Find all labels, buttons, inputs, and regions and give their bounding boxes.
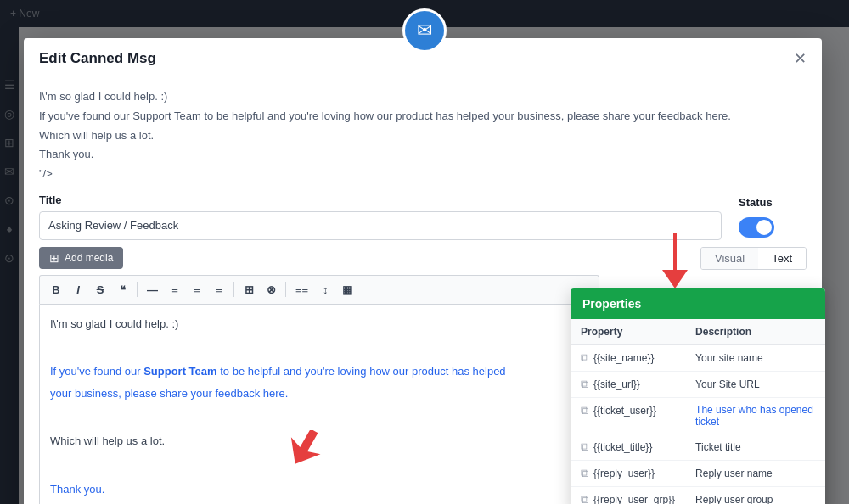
col-description: Description — [685, 319, 825, 345]
prop-copy-icon[interactable]: ⧉ — [581, 351, 588, 365]
property-var-cell-5: ⧉{{reply_user_grp}} — [571, 487, 685, 504]
property-desc-cell-0: Your site name — [685, 345, 825, 372]
properties-row: ⧉{{ticket_title}}Ticket title — [571, 434, 825, 461]
svg-marker-0 — [286, 430, 329, 473]
toolbar-sep-1 — [137, 282, 138, 297]
title-group: Title — [39, 193, 722, 240]
toolbar-sep-2 — [233, 282, 234, 297]
property-desc-cell-5: Reply user group — [685, 487, 825, 505]
toolbar-sep-3 — [285, 282, 286, 297]
property-var-cell-0: ⧉{{site_name}} — [571, 345, 685, 371]
italic-button[interactable]: I — [69, 281, 87, 299]
properties-panel: Properties Property Description ⧉{{site_… — [571, 288, 825, 504]
preview-line-3: Which will help us a lot. — [39, 127, 807, 145]
col-property: Property — [571, 319, 685, 345]
down-arrow-indicator — [649, 229, 700, 300]
prop-var-name: {{site_name}} — [593, 352, 654, 364]
property-var-cell-4: ⧉{{reply_user}} — [571, 461, 685, 486]
property-var-cell-2: ⧉{{ticket_user}} — [571, 398, 685, 423]
prop-var-name: {{ticket_user}} — [593, 405, 656, 417]
prop-var-name: {{site_url}} — [593, 378, 640, 390]
property-desc-cell-3: Ticket title — [685, 434, 825, 461]
prop-copy-icon[interactable]: ⧉ — [581, 404, 588, 417]
toggle-knob — [756, 220, 772, 235]
hr-button[interactable]: — — [143, 281, 162, 299]
link-button[interactable]: ⊞ — [239, 281, 258, 299]
modal-title: Edit Canned Msg — [39, 50, 156, 67]
status-group: Status — [739, 196, 807, 238]
unlink-button[interactable]: ⊗ — [261, 281, 280, 299]
preview-line-1: I\'m so glad I could help. :) — [39, 88, 807, 106]
editor-line-3-text: your business, please share your feedbac… — [50, 387, 288, 400]
properties-row: ⧉{{reply_user}}Reply user name — [571, 461, 825, 487]
preview-text: I\'m so glad I could help. :) If you've … — [39, 88, 807, 183]
fullscreen-button[interactable]: ↕ — [316, 281, 335, 299]
align-right-button[interactable]: ≡ — [210, 281, 228, 299]
add-media-label: Add media — [65, 252, 113, 264]
properties-row: ⧉{{ticket_user}}The user who has opened … — [571, 398, 825, 434]
quote-button[interactable]: ❝ — [113, 281, 132, 299]
editor-line-2: If you've found our Support Team to be h… — [50, 362, 588, 381]
app-icon-symbol: ✉ — [417, 20, 432, 42]
preview-line-4: Thank you. — [39, 146, 807, 164]
visual-text-tabs: Visual Text — [700, 247, 807, 270]
properties-row: ⧉{{site_url}}Your Site URL — [571, 372, 825, 398]
properties-row: ⧉{{site_name}}Your site name — [571, 345, 825, 372]
preview-line-5: "/> — [39, 165, 807, 183]
editor-content[interactable]: I\'m so glad I could help. :) If you've … — [39, 304, 599, 504]
editor-spacer-2 — [50, 406, 588, 425]
editor-line-1: I\'m so glad I could help. :) — [50, 315, 588, 333]
text-tab[interactable]: Text — [758, 248, 806, 269]
editor-line-5: Thank you. — [50, 480, 588, 499]
properties-table-header-row: Property Description — [571, 319, 825, 345]
visual-tab[interactable]: Visual — [701, 248, 758, 269]
editor-line-2-text: If you've found our Support Team to be h… — [50, 365, 506, 378]
prop-var-name: {{reply_user_grp}} — [593, 494, 675, 504]
prop-copy-icon[interactable]: ⧉ — [581, 493, 588, 504]
editor-spacer-1 — [50, 337, 588, 356]
prop-var-name: {{reply_user}} — [593, 468, 655, 479]
add-media-button[interactable]: ⊞ Add media — [39, 247, 123, 269]
editor-section: B I S ❝ — ≡ ≡ ≡ ⊞ ⊗ ≡≡ ↕ ▦ I\'m so glad … — [39, 275, 599, 504]
property-var-cell-1: ⧉{{site_url}} — [571, 372, 685, 397]
title-input[interactable] — [39, 211, 722, 240]
title-label: Title — [39, 193, 722, 206]
property-var-cell-3: ⧉{{ticket_title}} — [571, 434, 685, 460]
align-left-button[interactable]: ≡ — [166, 281, 184, 299]
prop-copy-icon[interactable]: ⧉ — [581, 378, 588, 391]
prop-copy-icon[interactable]: ⧉ — [581, 440, 588, 454]
svg-marker-2 — [662, 270, 688, 288]
prop-var-name: {{ticket_title}} — [593, 441, 652, 453]
status-label: Status — [739, 196, 773, 209]
property-desc-cell-1: Your Site URL — [685, 372, 825, 398]
app-icon: ✉ — [402, 8, 447, 53]
table-button[interactable]: ▦ — [338, 281, 357, 299]
bold-button[interactable]: B — [47, 281, 65, 299]
editor-line-3: your business, please share your feedbac… — [50, 384, 588, 403]
properties-table: Property Description ⧉{{site_name}}Your … — [571, 319, 825, 504]
properties-row: ⧉{{reply_user_grp}}Reply user group — [571, 487, 825, 505]
modal-close-button[interactable]: ✕ — [794, 51, 807, 66]
indent-button[interactable]: ≡≡ — [291, 281, 312, 299]
property-desc-cell-2: The user who has opened ticket — [685, 398, 825, 434]
small-red-arrow — [286, 430, 329, 479]
strikethrough-button[interactable]: S — [91, 281, 110, 299]
status-toggle[interactable] — [739, 217, 774, 238]
add-media-icon: ⊞ — [49, 251, 59, 265]
prop-copy-icon[interactable]: ⧉ — [581, 467, 588, 480]
align-center-button[interactable]: ≡ — [188, 281, 206, 299]
preview-line-2: If you've found our Support Team to be h… — [39, 108, 807, 126]
editor-format-toolbar: B I S ❝ — ≡ ≡ ≡ ⊞ ⊗ ≡≡ ↕ ▦ — [39, 275, 599, 304]
property-desc-cell-4: Reply user name — [685, 461, 825, 487]
